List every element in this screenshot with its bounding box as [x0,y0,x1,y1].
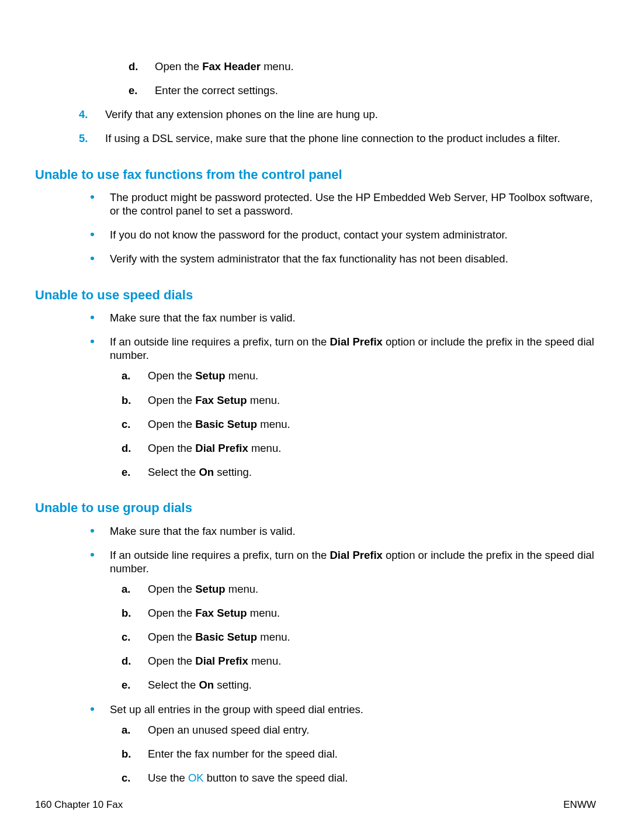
sec3-sa: a.Open the Setup menu. [122,582,596,596]
text: Open the Basic Setup menu. [148,631,290,643]
marker-e: e. [129,84,137,97]
text: Open the Fax Header menu. [155,60,294,72]
marker-a: a. [122,723,130,737]
marker-d: d. [122,441,131,455]
heading-control-panel: Unable to use fax functions from the con… [35,167,596,183]
sec2-b2: If an outside line requires a prefix, tu… [91,335,596,479]
text: If an outside line requires a prefix, tu… [110,336,594,361]
sec2-sc: c.Open the Basic Setup menu. [122,417,596,431]
intro-num-4: 4. Verify that any extension phones on t… [79,108,596,121]
marker-a: a. [122,582,130,596]
sec3-gb: b.Enter the fax number for the speed dia… [122,747,596,761]
sec3-ga: a.Open an unused speed dial entry. [122,723,596,737]
text: If you do not know the password for the … [110,229,508,241]
sec1-b1: The product might be password protected.… [91,191,596,217]
sec2-sb: b.Open the Fax Setup menu. [122,393,596,407]
sec3-list: Make sure that the fax number is valid. … [91,524,596,785]
sec2-se: e.Select the On setting. [122,465,596,479]
sec1-b2: If you do not know the password for the … [91,228,596,241]
marker-c: c. [122,417,130,431]
marker-d: d. [122,654,131,668]
bullet-icon [91,340,94,343]
marker-5: 5. [79,132,88,145]
marker-e: e. [122,465,130,479]
marker-4: 4. [79,108,88,121]
text: Open an unused speed dial entry. [148,724,309,736]
sec3-sub-list: a.Open the Setup menu. b.Open the Fax Se… [122,582,596,692]
text: Open the Setup menu. [148,583,258,595]
sec3-group-sub-list: a.Open an unused speed dial entry. b.Ent… [122,723,596,784]
heading-group-dials: Unable to use group dials [35,500,596,516]
text: Use the OK button to save the speed dial… [148,772,348,784]
marker-c: c. [122,630,130,644]
sec1-list: The product might be password protected.… [91,191,596,266]
sec2-sub-list: a.Open the Setup menu. b.Open the Fax Se… [122,369,596,479]
bullet-icon [91,195,94,199]
marker-b: b. [122,747,131,761]
sec2-sd: d.Open the Dial Prefix menu. [122,441,596,455]
text: Open the Setup menu. [148,369,258,382]
text: Open the Dial Prefix menu. [148,442,281,454]
sec2-sa: a.Open the Setup menu. [122,369,596,382]
text: Open the Dial Prefix menu. [148,655,281,667]
sec2-list: Make sure that the fax number is valid. … [91,311,596,479]
marker-b: b. [122,606,131,620]
page-footer: 160 Chapter 10 Fax ENWW [35,799,596,811]
marker-e: e. [122,678,130,692]
marker-b: b. [122,393,131,407]
text: Select the On setting. [148,466,252,478]
footer-left: 160 Chapter 10 Fax [35,799,123,811]
marker-d: d. [129,60,138,73]
marker-a: a. [122,369,130,382]
sec3-b3: Set up all entries in the group with spe… [91,703,596,785]
sec3-se: e.Select the On setting. [122,678,596,692]
text: Open the Fax Setup menu. [148,607,280,619]
bullet-icon [91,316,94,319]
marker-c: c. [122,771,130,784]
bullet-icon [91,233,94,236]
intro-num-5: 5. If using a DSL service, make sure tha… [79,132,596,145]
text: Enter the fax number for the speed dial. [148,748,338,760]
text: If an outside line requires a prefix, tu… [110,549,594,575]
footer-right: ENWW [563,799,596,811]
text: Select the On setting. [148,679,252,691]
bullet-icon [91,257,94,260]
text: Open the Fax Setup menu. [148,394,280,406]
text: Verify that any extension phones on the … [105,108,378,120]
intro-sub-list: d. Open the Fax Header menu. e. Enter th… [129,60,596,97]
document-page: d. Open the Fax Header menu. e. Enter th… [0,0,631,840]
sec3-gc: c.Use the OK button to save the speed di… [122,771,596,784]
sec3-b2: If an outside line requires a prefix, tu… [91,548,596,692]
sec3-sd: d.Open the Dial Prefix menu. [122,654,596,668]
bullet-icon [91,529,94,533]
bullet-icon [91,707,94,711]
text: The product might be password protected.… [110,191,592,217]
text: Open the Basic Setup menu. [148,418,290,430]
intro-sub-d: d. Open the Fax Header menu. [129,60,596,73]
sec3-b1: Make sure that the fax number is valid. [91,524,596,538]
sec3-sc: c.Open the Basic Setup menu. [122,630,596,644]
text: Verify with the system administrator tha… [110,253,508,265]
bullet-icon [91,553,94,556]
text: Enter the correct settings. [155,84,278,96]
sec2-b1: Make sure that the fax number is valid. [91,311,596,324]
sec1-b3: Verify with the system administrator tha… [91,252,596,265]
text: Make sure that the fax number is valid. [110,312,296,324]
page-content: d. Open the Fax Header menu. e. Enter th… [35,60,596,784]
text: Make sure that the fax number is valid. [110,525,296,537]
intro-sub-e: e. Enter the correct settings. [129,84,596,97]
heading-speed-dials: Unable to use speed dials [35,287,596,303]
sec3-sb: b.Open the Fax Setup menu. [122,606,596,620]
intro-numbered-list: 4. Verify that any extension phones on t… [79,108,596,145]
text: If using a DSL service, make sure that t… [105,132,560,144]
text: Set up all entries in the group with spe… [110,703,363,715]
